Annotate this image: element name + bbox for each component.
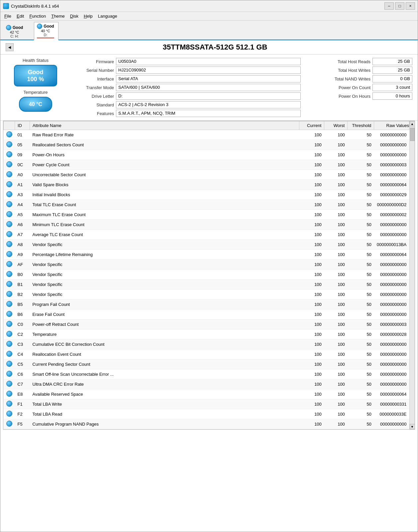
row-icon-cell bbox=[4, 320, 15, 330]
row-worst: 100 bbox=[324, 369, 348, 379]
row-status-icon bbox=[6, 311, 12, 317]
row-status-icon bbox=[6, 411, 12, 417]
main-content: ◄ 35TTM8SSATA-512G 512.1 GB Health Statu… bbox=[0, 40, 418, 532]
row-id: F5 bbox=[15, 419, 30, 429]
row-icon-cell bbox=[4, 180, 15, 190]
menu-help[interactable]: Help bbox=[81, 13, 95, 20]
menu-file[interactable]: File bbox=[2, 13, 14, 20]
table-row: B0 Vendor Specific 100 100 50 0000000000… bbox=[4, 270, 409, 280]
row-id: E8 bbox=[15, 389, 30, 399]
table-row: C0 Power-off Retract Count 100 100 50 00… bbox=[4, 320, 409, 330]
row-name: Vendor Specific bbox=[30, 240, 299, 250]
minimize-button[interactable]: – bbox=[384, 2, 394, 10]
menubar: File Edit Function Theme Disk Help Langu… bbox=[0, 12, 418, 21]
row-raw: 00000000028 bbox=[374, 330, 409, 339]
row-icon-cell bbox=[4, 339, 15, 349]
row-id: A8 bbox=[15, 240, 30, 250]
close-button[interactable]: × bbox=[406, 2, 415, 10]
row-id: C6 bbox=[15, 369, 30, 379]
row-id: A6 bbox=[15, 220, 30, 230]
row-worst: 100 bbox=[324, 359, 348, 369]
row-worst: 100 bbox=[324, 320, 348, 330]
row-raw: 00000000003 bbox=[374, 320, 409, 330]
row-id: B0 bbox=[15, 270, 30, 280]
scroll-down-button[interactable]: ▼ bbox=[410, 424, 415, 429]
row-status-icon bbox=[6, 181, 12, 187]
row-current: 100 bbox=[299, 280, 324, 290]
health-badge: Good 100 % bbox=[14, 65, 57, 86]
row-id: AF bbox=[15, 260, 30, 270]
row-current: 100 bbox=[299, 300, 324, 310]
table-row: A6 Minimum TLC Erase Count 100 100 50 00… bbox=[4, 220, 409, 230]
row-current: 100 bbox=[299, 330, 324, 339]
row-icon-cell bbox=[4, 190, 15, 200]
row-threshold: 50 bbox=[348, 270, 374, 280]
col-threshold: Threshold bbox=[348, 121, 374, 130]
table-row: 09 Power-On Hours 100 100 50 00000000000 bbox=[4, 150, 409, 160]
table-row: A4 Total TLC Erase Count 100 100 50 0000… bbox=[4, 200, 409, 210]
row-name: Smart Off-line Scan Uncorrectable Error … bbox=[30, 369, 299, 379]
stat-label-3: Power On Count bbox=[306, 85, 370, 90]
row-name: Vendor Specific bbox=[30, 270, 299, 280]
titlebar-buttons: – □ × bbox=[384, 2, 415, 10]
stat-row-0: Total Host Reads 25 GB bbox=[306, 58, 412, 65]
drive-d-temp: 40 °C bbox=[41, 29, 50, 33]
drive-tab-d[interactable]: Good 40 °C D: bbox=[34, 22, 58, 40]
row-name: Temperature bbox=[30, 330, 299, 339]
table-row: B6 Erase Fail Count 100 100 50 000000000… bbox=[4, 310, 409, 320]
interface-label: Interface bbox=[71, 76, 114, 81]
row-raw: 00000000000 bbox=[374, 220, 409, 230]
drive-tab-c[interactable]: Good 42 °C C: H: bbox=[3, 23, 27, 40]
row-threshold: 50 bbox=[348, 300, 374, 310]
menu-theme[interactable]: Theme bbox=[49, 13, 67, 20]
row-worst: 100 bbox=[324, 180, 348, 190]
features-value: S.M.A.R.T., APM, NCQ, TRIM bbox=[116, 110, 301, 117]
row-name: Current Pending Sector Count bbox=[30, 359, 299, 369]
row-threshold: 50 bbox=[348, 230, 374, 240]
row-worst: 100 bbox=[324, 290, 348, 300]
stat-value-0: 25 GB bbox=[372, 58, 412, 65]
row-icon-cell bbox=[4, 300, 15, 310]
row-name: Ultra DMA CRC Error Rate bbox=[30, 379, 299, 389]
row-name: Initial Invalid Blocks bbox=[30, 190, 299, 200]
row-raw: 00000000331 bbox=[374, 399, 409, 409]
table-row: 0C Power Cycle Count 100 100 50 00000000… bbox=[4, 160, 409, 170]
scroll-track bbox=[410, 126, 415, 424]
scroll-thumb[interactable] bbox=[410, 128, 415, 141]
row-id: A7 bbox=[15, 230, 30, 240]
row-current: 100 bbox=[299, 369, 324, 379]
back-button[interactable]: ◄ bbox=[6, 43, 14, 51]
row-icon-cell bbox=[4, 330, 15, 339]
row-raw: 00000000000 bbox=[374, 359, 409, 369]
menu-edit[interactable]: Edit bbox=[14, 13, 27, 20]
stat-value-4: 0 hours bbox=[372, 92, 412, 100]
smart-table: ID Attribute Name Current Worst Threshol… bbox=[3, 121, 409, 429]
row-worst: 100 bbox=[324, 160, 348, 170]
row-threshold: 50 bbox=[348, 399, 374, 409]
menu-language[interactable]: Language bbox=[95, 13, 120, 20]
restore-button[interactable]: □ bbox=[395, 2, 404, 10]
row-name: Maximum TLC Erase Count bbox=[30, 210, 299, 220]
row-status-icon bbox=[6, 221, 12, 227]
row-status-icon bbox=[6, 251, 12, 257]
row-icon-cell bbox=[4, 290, 15, 300]
menu-function[interactable]: Function bbox=[27, 13, 49, 20]
row-id: A9 bbox=[15, 250, 30, 260]
row-current: 100 bbox=[299, 389, 324, 399]
row-name: Total LBA Write bbox=[30, 399, 299, 409]
temp-value: 40 °C bbox=[29, 101, 42, 107]
row-id: 0C bbox=[15, 160, 30, 170]
table-row: 01 Raw Read Error Rate 100 100 50 000000… bbox=[4, 130, 409, 140]
table-row: B5 Program Fail Count 100 100 50 0000000… bbox=[4, 300, 409, 310]
row-threshold: 50 bbox=[348, 330, 374, 339]
stat-label-2: Total NAND Writes bbox=[306, 76, 370, 81]
row-current: 100 bbox=[299, 170, 324, 180]
row-raw: 00000000000 bbox=[374, 260, 409, 270]
row-name: Erase Fail Count bbox=[30, 310, 299, 320]
menu-disk[interactable]: Disk bbox=[67, 13, 81, 20]
row-worst: 100 bbox=[324, 379, 348, 389]
stat-row-1: Total Host Writes 25 GB bbox=[306, 66, 412, 74]
scroll-up-button[interactable]: ▲ bbox=[410, 121, 415, 126]
row-current: 100 bbox=[299, 210, 324, 220]
row-worst: 100 bbox=[324, 200, 348, 210]
